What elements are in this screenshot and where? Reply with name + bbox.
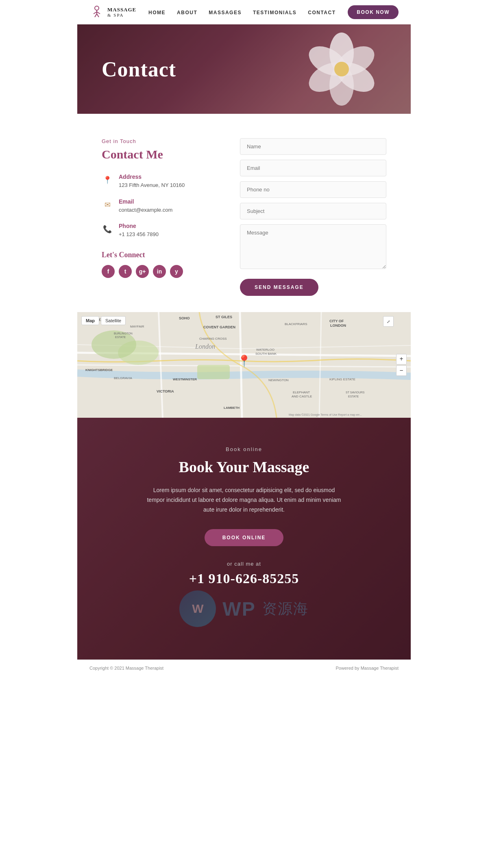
svg-text:SOUTH BANK: SOUTH BANK (255, 352, 277, 356)
book-title: Book Your Massage (94, 458, 394, 476)
subject-input[interactable] (240, 203, 386, 219)
svg-rect-23 (197, 365, 230, 379)
svg-text:CITY OF: CITY OF (329, 319, 344, 323)
contact-section: Get in Touch Contact Me 📍 Address 123 Fi… (77, 114, 411, 312)
nav-about[interactable]: ABOUT (177, 10, 197, 15)
svg-line-3 (97, 12, 100, 14)
address-label: Address (119, 174, 185, 180)
email-item: ✉ Email contact@example.com (102, 198, 216, 214)
phone-field-group (240, 181, 386, 198)
address-value: 123 Fifth Avenue, NY 10160 (119, 181, 185, 189)
phone-label: Phone (119, 223, 159, 229)
footer: Copyright © 2021 Massage Therapist Power… (77, 660, 411, 676)
phone-input[interactable] (240, 181, 386, 198)
email-label: Email (119, 198, 172, 205)
svg-text:COVENT GARDEN: COVENT GARDEN (203, 325, 235, 329)
svg-text:KIPLING ESTATE: KIPLING ESTATE (329, 378, 355, 381)
nav-testimonials[interactable]: TESTIMONIALS (253, 10, 296, 15)
contact-left: Get in Touch Contact Me 📍 Address 123 Fi… (102, 138, 216, 278)
contact-me-title: Contact Me (102, 148, 216, 161)
satellite-view-button[interactable]: Satellite (101, 316, 126, 325)
watermark-text: WP (222, 598, 255, 620)
instagram-icon[interactable]: in (153, 265, 166, 278)
svg-text:LAMBETH: LAMBETH (224, 406, 240, 410)
map-controls: Map Satellite (81, 316, 126, 325)
logo-icon (89, 5, 104, 20)
address-item: 📍 Address 123 Fifth Avenue, NY 10160 (102, 174, 216, 189)
email-value: contact@example.com (119, 206, 172, 214)
logo: MASSAGE & SPA (89, 5, 136, 20)
svg-text:ESTATE: ESTATE (115, 336, 126, 339)
yelp-icon[interactable]: y (170, 265, 183, 278)
nav-links: HOME ABOUT MASSAGES TESTIMONIALS CONTACT (148, 9, 336, 16)
send-message-button[interactable]: SEND MESSAGE (240, 279, 318, 296)
svg-text:ST SAVIOURS: ST SAVIOURS (346, 391, 365, 394)
map-zoom-controls: + − (396, 354, 407, 376)
map-pin: 📍 (237, 354, 251, 368)
footer-copyright: Copyright © 2021 Massage Therapist (89, 666, 163, 671)
svg-text:WESTMINSTER: WESTMINSTER (173, 378, 197, 381)
social-icons: f t g+ in y (102, 265, 216, 278)
svg-text:London: London (195, 343, 215, 350)
hero-section: Contact (77, 24, 411, 114)
facebook-icon[interactable]: f (102, 265, 115, 278)
google-icon[interactable]: g+ (136, 265, 149, 278)
zoom-in-button[interactable]: + (396, 354, 407, 365)
address-text: Address 123 Fifth Avenue, NY 10160 (119, 174, 185, 189)
nav-massages[interactable]: MASSAGES (209, 10, 242, 15)
svg-text:BURLINGTON: BURLINGTON (114, 332, 133, 335)
phone-value: +1 123 456 7890 (119, 230, 159, 239)
watermark-chinese: 资源海 (262, 599, 309, 619)
email-input[interactable] (240, 160, 386, 176)
svg-text:ST GILES: ST GILES (216, 315, 232, 319)
email-text: Email contact@example.com (119, 198, 172, 214)
svg-text:ESTATE: ESTATE (348, 395, 359, 398)
hero-flower-icon (305, 33, 378, 106)
or-call-label: or call me at (94, 561, 394, 567)
location-icon: 📍 (102, 174, 113, 186)
svg-text:ELEPHANT: ELEPHANT (293, 391, 310, 394)
book-description: Lorem ipsum dolor sit amet, consectetur … (146, 486, 342, 514)
phone-item: 📞 Phone +1 123 456 7890 (102, 223, 216, 239)
book-now-button[interactable]: BOOK NOW (348, 5, 399, 19)
svg-point-0 (95, 6, 99, 10)
svg-line-5 (97, 14, 99, 17)
svg-text:Map data ©2021 Google  Terms o: Map data ©2021 Google Terms of Use Repor… (289, 413, 362, 417)
email-icon: ✉ (102, 199, 113, 210)
map-view-button[interactable]: Map (81, 316, 99, 325)
nav-contact[interactable]: CONTACT (308, 10, 336, 15)
book-phone-number: +1 910-626-85255 (94, 571, 394, 586)
zoom-out-button[interactable]: − (396, 365, 407, 376)
logo-text: MASSAGE & SPA (107, 7, 136, 18)
twitter-icon[interactable]: t (119, 265, 132, 278)
nav-home[interactable]: HOME (148, 10, 166, 15)
book-online-label: Book online (94, 446, 394, 452)
svg-text:AND CASTLE: AND CASTLE (292, 395, 312, 398)
svg-text:CHARING CROSS: CHARING CROSS (199, 337, 227, 341)
svg-text:BELGRAVIA: BELGRAVIA (114, 376, 132, 380)
svg-line-2 (94, 12, 97, 14)
email-field-group (240, 160, 386, 176)
svg-text:MAYFAIR: MAYFAIR (130, 325, 144, 328)
svg-text:BLACKFRIARS: BLACKFRIARS (285, 322, 307, 326)
hero-title: Contact (102, 57, 176, 81)
contact-form: SEND MESSAGE (240, 138, 386, 296)
map-expand-button[interactable]: ⤢ (383, 316, 394, 327)
footer-powered: Powered by Massage Therapist (336, 666, 399, 671)
watermark: W WP 资源海 (94, 586, 394, 631)
map-section: ESTATE SOHO ST GILES MAYFAIR COVENT GARD… (77, 312, 411, 418)
lets-connect-title: Let's Connect (102, 251, 216, 259)
navbar: MASSAGE & SPA HOME ABOUT MASSAGES TESTIM… (77, 0, 411, 24)
phone-text: Phone +1 123 456 7890 (119, 223, 159, 239)
book-online-button[interactable]: BOOK ONLINE (205, 529, 284, 546)
subject-field-group (240, 203, 386, 219)
map-bg: ESTATE SOHO ST GILES MAYFAIR COVENT GARD… (77, 312, 411, 418)
svg-text:LONDON: LONDON (330, 323, 346, 328)
svg-point-12 (334, 62, 349, 76)
wp-icon: W (179, 590, 216, 627)
message-input[interactable] (240, 224, 386, 269)
phone-icon: 📞 (102, 224, 113, 235)
name-input[interactable] (240, 138, 386, 155)
message-field-group (240, 224, 386, 271)
get-in-touch-label: Get in Touch (102, 138, 216, 144)
